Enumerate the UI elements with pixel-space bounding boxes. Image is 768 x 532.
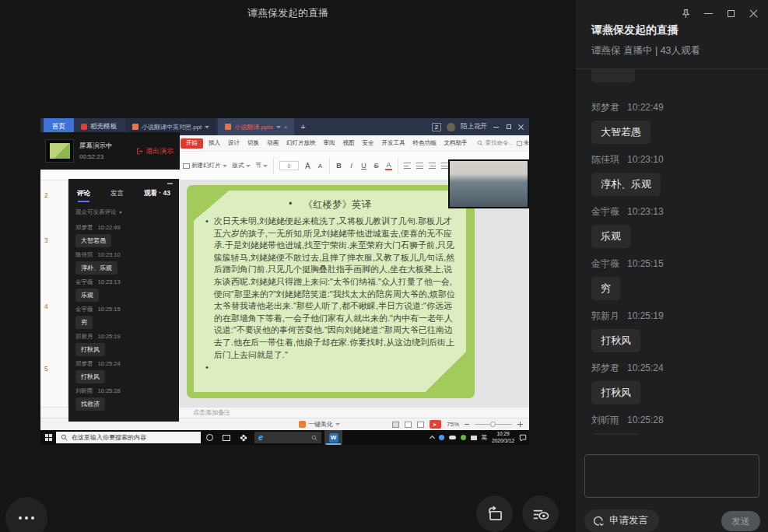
- inner-chat-timestamp: 10:23:13: [98, 278, 121, 285]
- grid-view-icon: [405, 422, 412, 428]
- rotate-view-icon: [485, 504, 505, 524]
- zoom-slider-knob: [490, 422, 496, 427]
- edge-search-box: e: [254, 432, 321, 443]
- inner-chat-timestamp: 10:25:19: [98, 333, 121, 340]
- inner-chat-message: 郑梦君10:25:24打秋风: [75, 360, 172, 383]
- normal-view-icon: [392, 422, 399, 428]
- chat-bubble: 打秋风: [591, 381, 640, 404]
- underline-button: U: [360, 162, 367, 170]
- chat-bubble: 乐观: [591, 225, 630, 248]
- chat-message: 郭新月10:25:19打秋风: [591, 310, 757, 352]
- slide-content-panel: •《红楼梦》英译 •次日天未明,刘姥姥便起来梳洗了,又将板儿教训了几句.那板儿才…: [194, 191, 466, 392]
- app-pinwheel-button: [235, 434, 252, 442]
- chat-list-eye-icon: [531, 504, 551, 524]
- stream-title: 谭燕保发起的直播: [0, 6, 576, 20]
- close-icon: [517, 124, 524, 131]
- presenting-overlay: 屏幕演示中 00:52:23 退出演示: [40, 132, 180, 170]
- chat-timestamp: 10:23:10: [627, 154, 664, 165]
- find-command-label: 查找命令...: [486, 139, 514, 147]
- more-options-button[interactable]: [5, 497, 47, 532]
- pin-icon[interactable]: [681, 9, 691, 19]
- ppt-file-icon: [132, 124, 139, 130]
- maximize-icon[interactable]: [726, 9, 736, 19]
- notification-badge: 2: [432, 123, 441, 131]
- apply-speak-button[interactable]: 申请发言: [584, 509, 659, 532]
- bullet: •: [205, 215, 209, 361]
- minimize-icon: [493, 124, 500, 131]
- taskbar-search-placeholder: 在这里输入你要搜索的内容: [72, 433, 146, 442]
- chevron-down-icon: [223, 165, 227, 167]
- clock-date: 2020/3/12: [492, 438, 514, 444]
- slide-number: 3: [44, 236, 48, 244]
- chat-list-button[interactable]: [522, 495, 559, 532]
- increase-font-button: A: [304, 162, 311, 170]
- screen-share-video: 首页 稻壳模板 小说翻译中英对照.ppt 小说翻译.pptx× + 2 陌上花开…: [40, 118, 529, 445]
- message-input[interactable]: [584, 454, 759, 498]
- action-center-icon: [519, 434, 527, 442]
- inner-chat-timestamp: 10:23:10: [98, 251, 121, 258]
- slide-number: 4: [44, 303, 48, 310]
- italic-button: I: [348, 162, 355, 170]
- presenting-label: 屏幕演示中: [79, 142, 113, 151]
- chat-message-list[interactable]: 郑梦君10:22:49大智若愚 陈佳琪10:23:10淳朴、乐观 金宇薇10:2…: [591, 69, 757, 435]
- wps-account-name: 陌上花开: [461, 122, 487, 131]
- new-slide-button: 新建幻灯片: [183, 162, 227, 170]
- live-panel-sidebar: 谭燕保发起的直播 谭燕保 直播中 | 43人观看 郑梦君10:22:49大智若愚…: [576, 0, 768, 532]
- main-stage: 谭燕保发起的直播 首页 稻壳模板 小说翻译中英对照.ppt 小说翻译.pptx×…: [0, 0, 576, 532]
- tray-expand-icon: [430, 436, 435, 441]
- sync-label: 未同步: [524, 139, 529, 147]
- green-tray-icon: [461, 435, 466, 440]
- system-tray: 英 10:292020/3/12: [430, 431, 529, 443]
- inner-chat-list: 郑梦君10:22:49大智若愚 陈佳琪10:23:10淳朴、乐观 金宇薇10:2…: [75, 224, 172, 411]
- cloud-tray-icon: [449, 436, 456, 439]
- docer-icon: [81, 124, 87, 130]
- chevron-down-icon: [335, 423, 340, 425]
- comment-permission-label: 观众可发表评论: [75, 208, 117, 216]
- more-options-icon: [25, 516, 28, 520]
- inner-chat-bubble: 乐观: [75, 289, 99, 302]
- slide-icon: [183, 163, 190, 169]
- taskbar-search: 在这里输入你要搜索的内容: [56, 432, 201, 443]
- taskbar-clock: 10:292020/3/12: [492, 431, 514, 443]
- chevron-down-icon: [246, 165, 251, 167]
- clock-time: 10:29: [496, 431, 509, 437]
- inner-chat-bubble: 大智若愚: [75, 234, 111, 247]
- inner-chat-bubble: 找救济: [75, 397, 105, 411]
- network-icon: [439, 435, 444, 440]
- inner-chat-username: 郭新月: [75, 333, 93, 340]
- chat-message: 金宇薇10:23:13乐观: [591, 205, 757, 248]
- slide-body-text: 次日天未明,刘姥姥便起来梳洗了,又将板儿教训了几句.那板儿才五六岁的孩子,一无所…: [214, 215, 456, 361]
- apply-speak-icon: [592, 515, 605, 527]
- task-view-icon: [223, 435, 230, 441]
- zoom-slider: [475, 424, 512, 425]
- send-button[interactable]: 发送: [721, 511, 760, 531]
- chat-message: 陈佳琪10:23:10淳朴、乐观: [591, 153, 757, 196]
- wps-avatar: [447, 123, 455, 131]
- slide-thumbnail-strip: 2 3 4 5: [40, 180, 68, 407]
- chevron-down-icon: [263, 165, 268, 167]
- more-options-icon: [19, 516, 22, 520]
- inner-chat-message: 刘昕雨10:25:28找救济: [75, 387, 172, 411]
- ribbon-tab: 审阅: [321, 138, 338, 148]
- minimize-icon[interactable]: [703, 9, 714, 19]
- presentation-slide: •《红楼梦》英译 •次日天未明,刘姥姥便起来梳洗了,又将板儿教训了几句.那板儿才…: [187, 185, 475, 398]
- layout-label: 版式: [233, 162, 244, 170]
- inner-chat-timestamp: 10:25:15: [98, 306, 121, 313]
- close-icon[interactable]: [749, 9, 759, 19]
- line-spacing-icon: [441, 163, 448, 169]
- chat-username: 郭新月: [591, 310, 619, 321]
- rotate-view-button[interactable]: [476, 495, 513, 532]
- search-icon: [61, 434, 68, 441]
- ribbon-tab: 切换: [245, 138, 261, 148]
- chat-bubble-clipped: [591, 69, 635, 82]
- presenting-timer: 00:52:23: [79, 153, 113, 160]
- new-slide-label: 新建幻灯片: [191, 162, 221, 170]
- task-view-button: [218, 435, 235, 441]
- wps-docer-tab: 稻壳模板: [74, 122, 124, 131]
- ribbon-tab: 动画: [265, 138, 281, 148]
- live-stream-window: 谭燕保发起的直播 首页 稻壳模板 小说翻译中英对照.ppt 小说翻译.pptx×…: [0, 0, 768, 532]
- zoom-level: 75%: [447, 421, 459, 428]
- wps-titlebar-right: 2 陌上花开: [432, 122, 529, 131]
- chevron-down-icon: [119, 212, 122, 214]
- toolbar-divider: [273, 157, 274, 174]
